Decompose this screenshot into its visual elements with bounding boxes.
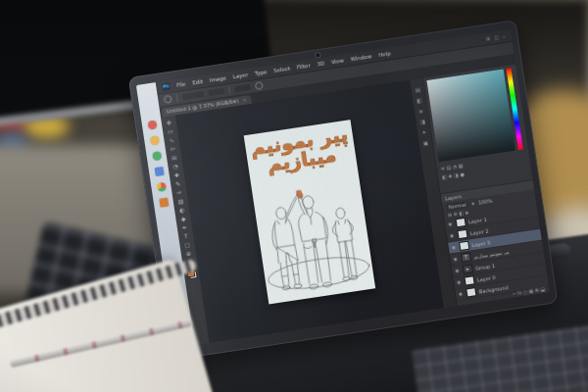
- photoshop-logo-icon: Ps: [162, 82, 171, 91]
- properties-panel-icon[interactable]: ≡: [418, 108, 423, 115]
- menu-3d[interactable]: 3D: [317, 60, 325, 67]
- pen-tool[interactable]: ✒: [181, 223, 187, 232]
- brush-tool[interactable]: ✎: [175, 179, 181, 188]
- menu-filter[interactable]: Filter: [297, 63, 311, 71]
- layer-thumbnail: [464, 275, 474, 285]
- visibility-eye-icon[interactable]: ◉: [455, 268, 461, 273]
- color-panel-icon[interactable]: ▤: [415, 86, 420, 93]
- move-tool[interactable]: ✥: [166, 119, 172, 127]
- text-layer-thumbnail: T: [461, 253, 471, 263]
- lasso-tool[interactable]: ∿: [169, 136, 174, 145]
- blue-app-icon[interactable]: [154, 167, 164, 176]
- chrome-icon[interactable]: [156, 182, 166, 192]
- photoshop-window: Ps File Edit Image Layer Type Select Fil…: [156, 29, 550, 345]
- laptop-screen: Ps File Edit Image Layer Type Select Fil…: [136, 29, 550, 348]
- layer-name: Layer 1: [468, 216, 487, 224]
- figures-illustration: [253, 179, 375, 304]
- drive-yellow-icon[interactable]: [149, 135, 159, 145]
- group-layer-icon: ▸: [463, 264, 473, 273]
- orange-app-icon[interactable]: [159, 198, 169, 208]
- color-picker-panel: [426, 68, 524, 162]
- layer-thumbnail: [457, 229, 467, 239]
- flow-control[interactable]: [234, 84, 251, 92]
- close-icon[interactable]: ×: [242, 97, 247, 104]
- browser-red-icon[interactable]: [147, 120, 157, 129]
- gradient-tool[interactable]: ◐: [179, 206, 185, 215]
- hand-tool[interactable]: ⊕: [185, 250, 191, 259]
- laptop-keyboard[interactable]: [412, 318, 588, 392]
- type-tool[interactable]: T: [183, 232, 188, 240]
- menu-type[interactable]: Type: [254, 69, 267, 76]
- info-panel-icon[interactable]: ▣: [422, 140, 428, 147]
- options-separator: [176, 94, 178, 102]
- saturation-value-field[interactable]: [426, 69, 515, 162]
- clone-stamp-tool[interactable]: ✑: [176, 188, 182, 197]
- adjustments-panel-icon[interactable]: ◨: [419, 119, 425, 125]
- layer-list: ◉ Layer 1 ◉ Layer 2 ◉: [445, 206, 549, 297]
- visibility-eye-icon[interactable]: ◉: [452, 245, 458, 251]
- opacity-control[interactable]: [208, 88, 224, 96]
- visibility-eye-icon[interactable]: ◉: [453, 256, 459, 262]
- shape-tool[interactable]: ▢: [184, 241, 191, 250]
- menu-help[interactable]: Help: [378, 50, 391, 58]
- search-icon[interactable]: ⌕: [502, 32, 506, 39]
- crop-tool[interactable]: ⊞: [172, 154, 177, 163]
- styles-panel-icon[interactable]: ✦: [421, 129, 426, 136]
- chevron-down-icon: ▾: [471, 200, 474, 206]
- layer-thumbnail: [456, 218, 466, 227]
- green-app-icon[interactable]: [152, 151, 162, 161]
- menu-window[interactable]: Window: [350, 53, 371, 62]
- menu-view[interactable]: View: [331, 57, 345, 65]
- canvas-area[interactable]: پیر بمونیم میبازیم: [175, 80, 444, 343]
- menu-image[interactable]: Image: [209, 74, 226, 82]
- workspace-switcher-icon[interactable]: ⊞: [486, 35, 491, 43]
- layers-panel: Layers Normal ▾ 100% ⊞ ✥ ◧ ▪ ◉ Layer 1: [441, 179, 550, 306]
- brush-preview-icon[interactable]: [164, 95, 172, 104]
- laptop-lid: Ps File Edit Image Layer Type Select Fil…: [128, 20, 559, 361]
- healing-brush-tool[interactable]: ✚: [173, 172, 179, 180]
- menu-select[interactable]: Select: [273, 66, 291, 74]
- menu-edit[interactable]: Edit: [192, 78, 203, 86]
- menu-layer[interactable]: Layer: [232, 72, 248, 79]
- options-separator: [228, 86, 230, 94]
- visibility-eye-icon[interactable]: ◉: [448, 221, 454, 227]
- quick-selection-tool[interactable]: ✄: [170, 145, 175, 154]
- eyedropper-tool[interactable]: ◔: [172, 163, 178, 172]
- swatches-panel-icon[interactable]: ◧: [416, 97, 422, 104]
- arrange-icon[interactable]: ◫: [494, 33, 500, 41]
- layer-name: Layer 0: [477, 274, 496, 283]
- visibility-eye-icon[interactable]: ◉: [450, 233, 456, 239]
- marquee-tool[interactable]: ▭: [167, 127, 173, 136]
- poster-document: پیر بمونیم میبازیم: [244, 120, 376, 304]
- airbrush-toggle-icon[interactable]: [255, 81, 264, 90]
- menu-file[interactable]: File: [176, 81, 186, 88]
- eraser-tool[interactable]: ▨: [177, 197, 184, 206]
- layer-name: Layer 3: [471, 239, 490, 248]
- layer-thumbnail: [459, 241, 469, 251]
- dodge-tool[interactable]: ◆: [180, 215, 186, 223]
- layer-name: Layer 2: [469, 227, 488, 236]
- mode-dropdown[interactable]: [182, 91, 205, 100]
- layer-name: Group 1: [475, 262, 496, 270]
- visibility-eye-icon[interactable]: ◉: [457, 279, 463, 285]
